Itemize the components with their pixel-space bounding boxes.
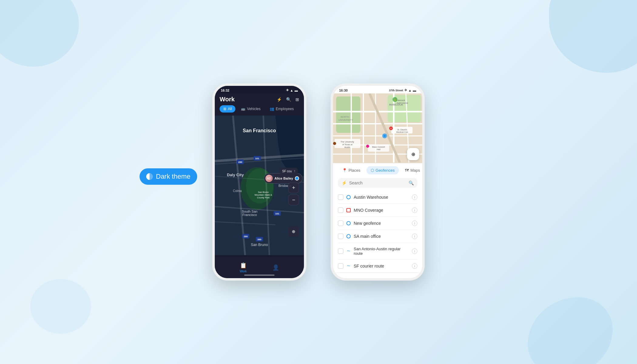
svg-text:St. David's: St. David's xyxy=(397,129,407,131)
zoom-in-button[interactable]: + xyxy=(288,182,299,193)
airplane-icon: ✈ xyxy=(286,88,289,92)
geo-info-mno[interactable]: i xyxy=(412,207,417,213)
dark-nav-work[interactable]: 📋 Work xyxy=(240,262,247,273)
dark-header-top: Work ⚡ 🔍 ⊞ xyxy=(220,96,299,103)
geo-checkbox-mno[interactable] xyxy=(338,207,343,213)
profile-icon: 👤 xyxy=(272,264,279,271)
list-item: 〜 San Antonio-Austin regular route i xyxy=(338,243,417,260)
svg-text:Medical Cen: Medical Cen xyxy=(396,131,408,133)
geo-info-sa[interactable]: i xyxy=(412,234,417,239)
list-item: Austin Warehouse i xyxy=(338,191,417,204)
vehicle-icon: 🚌 xyxy=(241,107,245,111)
dark-nav-profile[interactable]: 👤 xyxy=(272,264,279,271)
svg-point-67 xyxy=(383,135,386,137)
geo-type-circle3-icon xyxy=(346,234,351,238)
dark-theme-badge[interactable]: Dark theme xyxy=(140,168,197,185)
svg-text:County Park: County Park xyxy=(257,196,270,199)
search-input[interactable] xyxy=(349,180,406,185)
light-nav-work[interactable]: 📋 Work xyxy=(358,278,366,281)
dark-header-title: Work xyxy=(220,96,235,103)
tab-employees-label: Employees xyxy=(276,107,294,111)
light-nav-profile[interactable]: 👤 xyxy=(391,280,397,281)
geo-type-square-icon xyxy=(346,208,351,212)
svg-text:+: + xyxy=(390,127,392,130)
maps-icon: 🗺 xyxy=(405,168,409,173)
sf-tooltip: SF cou ↑ xyxy=(280,168,298,174)
dark-work-label: Work xyxy=(240,270,247,273)
route-icon-2: 〜 xyxy=(346,264,351,268)
geo-name-sa: SA main office xyxy=(354,234,409,239)
list-item: SA main office i xyxy=(338,230,417,243)
svg-point-65 xyxy=(366,145,369,148)
geo-info-austin[interactable]: i xyxy=(412,194,417,200)
svg-text:380: 380 xyxy=(257,238,261,241)
dark-header-icons: ⚡ 🔍 ⊞ xyxy=(277,97,299,102)
svg-text:NORTH: NORTH xyxy=(341,116,349,118)
places-icon: 📍 xyxy=(342,168,347,173)
svg-text:Mountain State &: Mountain State & xyxy=(254,194,272,196)
geo-checkbox-route1[interactable] xyxy=(338,248,343,254)
map-action-button[interactable]: ⊕ xyxy=(407,148,419,160)
svg-text:The University: The University xyxy=(341,141,354,143)
dark-status-bar: 16:32 ✈ ▲ ▬ xyxy=(215,86,304,93)
phone-light: 16:30 37th Street ✈ ▲ ▬ xyxy=(331,83,425,281)
bg-blob-br xyxy=(528,297,613,364)
light-time: 16:30 xyxy=(339,89,348,92)
wifi-icon: ▲ xyxy=(290,89,293,92)
tab-geofences[interactable]: ⬡ Geofences xyxy=(366,166,399,174)
tab-all[interactable]: ⊞ All xyxy=(220,105,235,113)
geo-type-circle2-icon xyxy=(346,221,351,225)
geo-info-new[interactable]: i xyxy=(412,221,417,226)
zoom-out-button[interactable]: − xyxy=(288,194,299,205)
geo-name-route1: San Antonio-Austin regular route xyxy=(354,247,409,256)
geo-info-route2[interactable]: i xyxy=(412,263,417,269)
tab-geofences-label: Geofences xyxy=(376,168,395,173)
filter-icon[interactable]: ⚡ xyxy=(277,97,282,102)
light-map: NORTH UNIVERSITY HANCOCK Hancock Golf Co… xyxy=(333,93,422,163)
geo-checkbox-austin[interactable] xyxy=(338,194,343,200)
svg-text:San Bruno: San Bruno xyxy=(251,243,268,247)
light-profile-icon: 👤 xyxy=(391,280,397,281)
share-icon: ↑ xyxy=(294,169,295,173)
light-airplane-icon: ✈ xyxy=(404,88,407,92)
geo-checkbox-sa[interactable] xyxy=(338,234,343,239)
geofence-icon: ⬡ xyxy=(371,168,374,173)
tab-employees[interactable]: 👥 Employees xyxy=(266,105,297,113)
phone-dark: 16:32 ✈ ▲ ▬ Work ⚡ 🔍 ⊞ ⊞ All xyxy=(212,83,306,281)
svg-text:101: 101 xyxy=(255,157,259,160)
search-magnifier-icon[interactable]: 🔍 xyxy=(409,180,414,185)
dark-map: 101 280 101 280 380 San Francisco San Br… xyxy=(215,116,304,255)
light-work-icon: 📋 xyxy=(358,278,365,281)
tab-vehicles[interactable]: 🚌 Vehicles xyxy=(237,105,264,113)
bg-blob-tl xyxy=(0,0,79,67)
svg-rect-32 xyxy=(336,96,360,133)
alice-avatar: AB xyxy=(265,175,273,182)
svg-text:101: 101 xyxy=(275,212,279,215)
light-tab-bar: 📍 Places ⬡ Geofences 🗺 Maps xyxy=(333,163,422,177)
light-status-icons: 37th Street ✈ ▲ ▬ xyxy=(389,88,416,92)
geo-info-route1[interactable]: i xyxy=(412,248,417,254)
geo-name-mno: MNO Coverage xyxy=(354,208,409,213)
dark-status-icons: ✈ ▲ ▬ xyxy=(286,88,298,92)
svg-text:UNIVERSITY: UNIVERSITY xyxy=(339,119,353,121)
map-icon[interactable]: ⊞ xyxy=(295,97,299,102)
alice-name: Alice Bailey xyxy=(275,177,293,180)
tab-maps[interactable]: 🗺 Maps xyxy=(401,166,424,174)
svg-rect-62 xyxy=(368,144,389,152)
svg-text:San Bruno: San Bruno xyxy=(258,191,268,194)
geo-checkbox-route2[interactable] xyxy=(338,263,343,269)
tab-places[interactable]: 📍 Places xyxy=(338,166,365,174)
phones-container: Dark theme 16:32 ✈ ▲ ▬ Work ⚡ 🔍 ⊞ xyxy=(212,83,425,281)
geofences-list: Austin Warehouse i MNO Coverage i New ge… xyxy=(333,191,422,273)
light-bottom-nav: 📋 Work 👤 xyxy=(333,273,422,281)
search-header-icon[interactable]: 🔍 xyxy=(286,97,291,102)
svg-text:⛳: ⛳ xyxy=(394,98,396,101)
svg-text:Golf Course: Golf Course xyxy=(397,102,408,104)
locate-button[interactable]: ⊕ xyxy=(288,226,299,237)
svg-text:Austin: Austin xyxy=(344,146,350,148)
light-battery-icon: ▬ xyxy=(413,89,416,92)
tab-maps-label: Maps xyxy=(410,168,420,173)
dark-home-indicator xyxy=(244,275,275,276)
svg-text:Hancock: Hancock xyxy=(397,99,405,101)
geo-checkbox-new[interactable] xyxy=(338,221,343,226)
